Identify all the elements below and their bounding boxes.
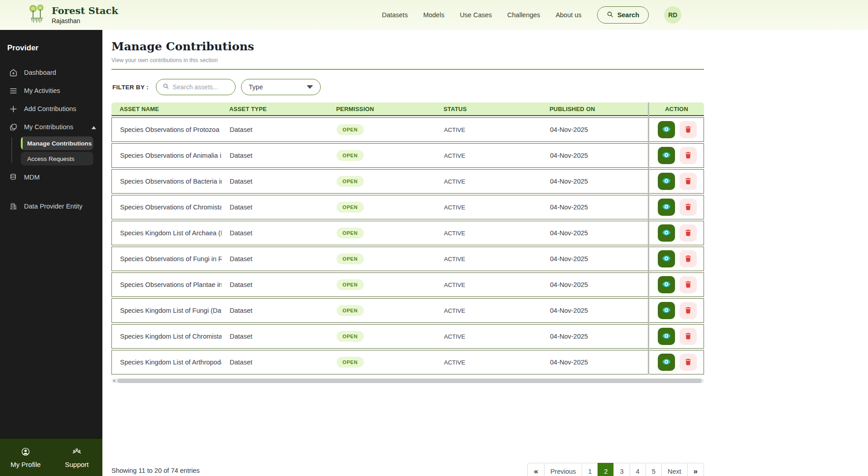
type-dropdown-value: Type — [249, 83, 263, 91]
search-button[interactable]: Search — [597, 6, 649, 24]
delete-button[interactable] — [680, 250, 697, 267]
pagination-previous-button[interactable]: Previous — [544, 463, 582, 476]
pagination-last-button[interactable]: » — [687, 463, 704, 476]
sidebar-item-my-contributions[interactable]: My Contributions — [0, 118, 102, 136]
action-cell — [650, 173, 704, 190]
home-icon — [9, 68, 18, 77]
view-button[interactable] — [658, 302, 675, 319]
asset-name: Species Observations of Bacteria in … — [112, 178, 222, 185]
view-button[interactable] — [658, 250, 675, 267]
delete-button[interactable] — [680, 328, 697, 345]
table-body: Species Observations of Protozoa in … Da… — [111, 117, 704, 374]
delete-button[interactable] — [680, 173, 697, 190]
view-button[interactable] — [658, 147, 675, 164]
column-header-status: STATUS — [435, 106, 541, 112]
sidebar-item-data-provider-entity[interactable]: Data Provider Entity — [0, 197, 102, 215]
pagination-next-button[interactable]: Next — [661, 463, 688, 476]
status-text: ACTIVE — [436, 178, 542, 185]
status-text: ACTIVE — [436, 359, 542, 366]
trash-icon — [684, 254, 692, 264]
my-profile-button[interactable]: My Profile — [0, 439, 51, 476]
nav-models[interactable]: Models — [423, 11, 444, 19]
status-text: ACTIVE — [436, 256, 542, 262]
delete-button[interactable] — [680, 224, 697, 242]
permission-badge: OPEN — [337, 150, 364, 161]
scrollbar-thumb[interactable] — [117, 379, 702, 383]
eye-icon — [661, 228, 671, 239]
published-date: 04-Nov-2025 — [542, 255, 650, 262]
view-button[interactable] — [658, 276, 675, 293]
pagination-page-button[interactable]: 3 — [613, 463, 630, 476]
asset-search-input[interactable] — [173, 83, 226, 91]
view-button[interactable] — [658, 354, 675, 371]
view-button[interactable] — [658, 121, 675, 138]
delete-button[interactable] — [680, 276, 697, 293]
asset-name: Species Observations of Chromista i… — [112, 204, 222, 211]
nav-about-us[interactable]: About us — [555, 11, 581, 19]
sidebar-item-mdm[interactable]: MDM — [0, 168, 102, 186]
stack-icon — [9, 123, 18, 131]
action-cell — [650, 276, 704, 293]
sidebar-item-my-activities[interactable]: My Activities — [0, 82, 102, 100]
sidebar-item-add-contributions[interactable]: Add Contributions — [0, 100, 102, 118]
user-avatar[interactable]: RD — [664, 6, 681, 24]
eye-icon — [661, 357, 671, 368]
brand-subtitle: Rajasthan — [52, 17, 118, 24]
pagination-first-button[interactable]: « — [527, 463, 544, 476]
horizontal-scrollbar[interactable] — [111, 379, 704, 383]
brand[interactable]: Forest Stack Rajasthan — [27, 4, 118, 26]
eye-icon — [661, 124, 671, 136]
nav-use-cases[interactable]: Use Cases — [460, 11, 492, 19]
action-cell — [650, 302, 704, 319]
delete-button[interactable] — [680, 302, 697, 319]
user-circle-icon — [21, 447, 30, 458]
column-header-action: ACTION — [649, 106, 704, 112]
delete-button[interactable] — [680, 147, 697, 164]
view-button[interactable] — [658, 173, 675, 190]
sidebar-subitem-access-requests[interactable]: Access Requests — [21, 152, 93, 165]
database-icon — [9, 173, 18, 181]
table-row: Species Observations of Plantae in R… Da… — [111, 272, 704, 297]
eye-icon — [661, 202, 671, 213]
pagination-page-button[interactable]: 5 — [646, 463, 662, 476]
support-button[interactable]: Support — [51, 439, 102, 476]
showing-entries-text: Showing 11 to 20 of 74 entries — [111, 467, 200, 474]
view-button[interactable] — [658, 328, 675, 345]
asset-search-field[interactable] — [156, 79, 236, 95]
sidebar-item-dashboard[interactable]: Dashboard — [0, 63, 102, 82]
published-date: 04-Nov-2025 — [542, 204, 650, 211]
eye-icon — [661, 150, 671, 161]
action-cell — [650, 328, 704, 345]
pagination-page-button[interactable]: 1 — [582, 463, 598, 476]
nav-challenges[interactable]: Challenges — [507, 11, 540, 19]
view-button[interactable] — [658, 199, 675, 216]
trash-icon — [684, 151, 692, 160]
chevron-up-icon — [92, 123, 96, 131]
sidebar-item-label: My Contributions — [24, 123, 73, 131]
support-label: Support — [65, 461, 89, 468]
nav-datasets[interactable]: Datasets — [382, 11, 408, 19]
delete-button[interactable] — [680, 354, 697, 371]
delete-button[interactable] — [680, 199, 697, 216]
pagination-page-button[interactable]: 4 — [630, 463, 646, 476]
published-date: 04-Nov-2025 — [542, 281, 650, 288]
type-dropdown[interactable]: Type — [241, 79, 321, 95]
search-icon — [163, 83, 169, 91]
status-text: ACTIVE — [436, 126, 542, 133]
delete-button[interactable] — [680, 121, 697, 138]
published-date: 04-Nov-2025 — [542, 359, 650, 366]
asset-name: Species Observations of Protozoa in … — [112, 126, 222, 133]
asset-name: Species Observations of Animalia in … — [112, 152, 222, 159]
eye-icon — [661, 305, 671, 316]
pagination-page-button[interactable]: 2 — [598, 463, 614, 476]
sidebar-item-label: Data Provider Entity — [24, 203, 82, 210]
asset-type: Dataset — [222, 359, 328, 366]
my-profile-label: My Profile — [10, 461, 41, 468]
permission-cell: OPEN — [328, 150, 436, 161]
sidebar-footer: My Profile Support — [0, 438, 102, 476]
asset-type: Dataset — [222, 333, 328, 340]
sidebar-subitem-manage-contributions[interactable]: Manage Contributions — [21, 136, 93, 150]
view-button[interactable] — [658, 224, 675, 242]
permission-badge: OPEN — [337, 202, 364, 213]
table-header-row: ASSET NAME ASSET TYPE PERMISSION STATUS … — [111, 102, 704, 116]
